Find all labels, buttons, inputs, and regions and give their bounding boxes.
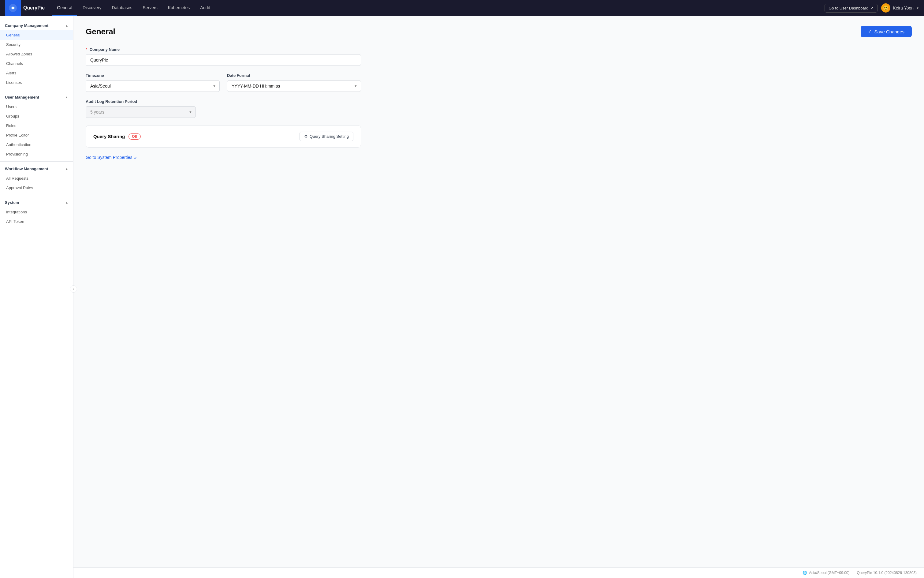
audit-retention-select-wrapper: 5 years ▼ [86, 106, 196, 118]
date-format-label: Date Format [227, 73, 361, 78]
layout: Company Management ▲ General Security Al… [0, 16, 924, 578]
save-changes-button[interactable]: ✓ Save Changes [861, 26, 912, 37]
query-sharing-card: Query Sharing Off ⚙ Query Sharing Settin… [86, 125, 361, 148]
sidebar-item-users[interactable]: Users [0, 102, 73, 112]
nav-tab-general[interactable]: General [52, 0, 77, 16]
gear-icon: ⚙ [304, 134, 308, 139]
timezone-label: Timezone [86, 73, 220, 78]
app-name: QueryPie [23, 5, 45, 11]
timezone-select-wrapper: Asia/Seoul ▼ [86, 80, 220, 92]
user-name: Keira Yoon [893, 5, 914, 10]
timezone-dateformat-row: Timezone Asia/Seoul ▼ Date Format YYYY-M… [86, 73, 361, 92]
main-content: General ✓ Save Changes * Company Name Ti… [73, 16, 924, 578]
sidebar-item-general[interactable]: General [0, 30, 73, 40]
company-name-label: * Company Name [86, 47, 361, 52]
avatar: 😊 [881, 3, 890, 13]
nav-right: Go to User Dashboard ↗ 😊 Keira Yoon ▼ [825, 3, 919, 13]
query-sharing-label: Query Sharing [93, 134, 125, 139]
sidebar: Company Management ▲ General Security Al… [0, 16, 73, 578]
company-name-input[interactable] [86, 54, 361, 66]
nav-tab-discovery[interactable]: Discovery [78, 0, 106, 16]
query-sharing-status-badge: Off [128, 133, 141, 140]
nav-tab-databases[interactable]: Databases [107, 0, 138, 16]
form-section: * Company Name Timezone Asia/Seoul ▼ [86, 47, 361, 160]
footer-version: QueryPie 10.1.0 (20240826-130803) [857, 571, 917, 575]
page-title: General [86, 27, 115, 36]
go-to-dashboard-button[interactable]: Go to User Dashboard ↗ [825, 4, 877, 13]
sidebar-item-integrations[interactable]: Integrations [0, 207, 73, 217]
chevron-up-icon-4: ▲ [65, 201, 68, 204]
workflow-section-label: Workflow Management [5, 167, 48, 171]
audit-retention-select[interactable]: 5 years [86, 106, 196, 118]
query-sharing-setting-label: Query Sharing Setting [310, 134, 349, 139]
system-props-link-text: Go to System Properties [86, 155, 133, 160]
top-navigation: QueryPie General Discovery Databases Ser… [0, 0, 924, 16]
sidebar-item-approval-rules[interactable]: Approval Rules [0, 183, 73, 193]
user-menu[interactable]: 😊 Keira Yoon ▼ [881, 3, 919, 13]
system-section-label: System [5, 200, 19, 205]
audit-retention-label: Audit Log Retention Period [86, 99, 361, 104]
sidebar-item-profile-editor[interactable]: Profile Editor [0, 130, 73, 140]
sidebar-divider-3 [0, 195, 73, 195]
audit-retention-group: Audit Log Retention Period 5 years ▼ [86, 99, 361, 118]
svg-point-1 [11, 7, 14, 9]
sidebar-item-alerts[interactable]: Alerts [0, 68, 73, 78]
timezone-group: Timezone Asia/Seoul ▼ [86, 73, 220, 92]
user-section-label: User Management [5, 95, 39, 99]
sidebar-item-api-token[interactable]: API Token [0, 217, 73, 226]
sidebar-section-system[interactable]: System ▲ [0, 198, 73, 207]
external-link-icon: ↗ [870, 6, 874, 10]
sidebar-section-workflow[interactable]: Workflow Management ▲ [0, 164, 73, 174]
date-format-select[interactable]: YYYY-MM-DD HH:mm:ss [227, 80, 361, 92]
footer: 🌐 Asia/Seoul (GMT+09:00) QueryPie 10.1.0… [73, 567, 924, 578]
sidebar-item-channels[interactable]: Channels [0, 59, 73, 68]
nav-tab-servers[interactable]: Servers [138, 0, 162, 16]
check-icon: ✓ [868, 29, 872, 34]
footer-timezone: 🌐 Asia/Seoul (GMT+09:00) [803, 571, 850, 575]
chevron-down-icon: ▼ [916, 6, 919, 10]
nav-tab-kubernetes[interactable]: Kubernetes [163, 0, 195, 16]
chevron-up-icon: ▲ [65, 24, 68, 27]
chevron-up-icon-2: ▲ [65, 96, 68, 99]
sidebar-collapse-button[interactable]: ‹ [70, 285, 77, 293]
footer-timezone-text: Asia/Seoul (GMT+09:00) [809, 571, 850, 575]
sidebar-section-user[interactable]: User Management ▲ [0, 93, 73, 102]
chevron-up-icon-3: ▲ [65, 167, 68, 170]
required-star: * [86, 47, 87, 52]
nav-tab-audit[interactable]: Audit [195, 0, 215, 16]
sidebar-item-allowed-zones[interactable]: Allowed Zones [0, 49, 73, 59]
sidebar-item-authentication[interactable]: Authentication [0, 140, 73, 149]
nav-tabs: General Discovery Databases Servers Kube… [52, 0, 825, 16]
globe-icon: 🌐 [803, 571, 807, 575]
query-sharing-left: Query Sharing Off [93, 133, 141, 140]
save-button-label: Save Changes [874, 29, 905, 34]
go-to-system-properties-link[interactable]: Go to System Properties » [86, 155, 136, 160]
sidebar-item-groups[interactable]: Groups [0, 112, 73, 121]
company-section-label: Company Management [5, 23, 49, 28]
date-format-group: Date Format YYYY-MM-DD HH:mm:ss ▼ [227, 73, 361, 92]
sidebar-item-all-requests[interactable]: All Requests [0, 174, 73, 183]
sidebar-item-licenses[interactable]: Licenses [0, 78, 73, 87]
logo-area [5, 0, 21, 16]
footer-version-text: QueryPie 10.1.0 (20240826-130803) [857, 571, 917, 575]
page-header: General ✓ Save Changes [86, 26, 912, 37]
double-chevron-right-icon: » [134, 155, 137, 160]
date-format-select-wrapper: YYYY-MM-DD HH:mm:ss ▼ [227, 80, 361, 92]
query-sharing-setting-button[interactable]: ⚙ Query Sharing Setting [299, 132, 353, 141]
sidebar-item-provisioning[interactable]: Provisioning [0, 149, 73, 159]
sidebar-item-security[interactable]: Security [0, 40, 73, 49]
sidebar-divider-2 [0, 161, 73, 162]
sidebar-item-roles[interactable]: Roles [0, 121, 73, 130]
timezone-select[interactable]: Asia/Seoul [86, 80, 220, 92]
company-name-group: * Company Name [86, 47, 361, 66]
sidebar-section-company[interactable]: Company Management ▲ [0, 21, 73, 30]
